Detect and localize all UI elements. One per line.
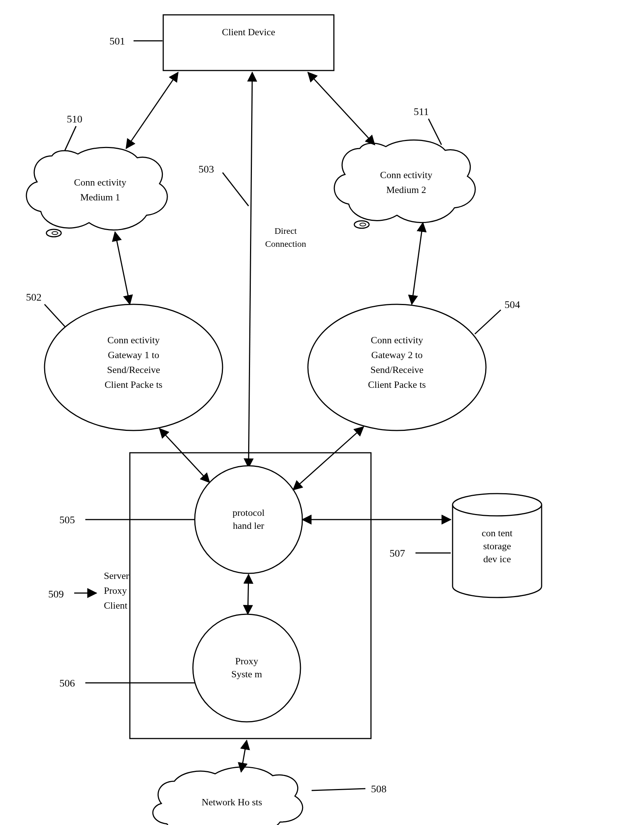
svg-text:protocol: protocol (233, 507, 265, 518)
content-storage-cylinder: con tent storage dev ice (453, 494, 542, 598)
svg-text:509: 509 (48, 588, 64, 600)
client-medium1-arrow (126, 73, 178, 148)
svg-text:Medium 2: Medium 2 (386, 184, 426, 195)
ref-504: 504 (475, 299, 520, 334)
svg-text:Gateway 2 to: Gateway 2 to (371, 349, 423, 360)
ref-507: 507 (390, 547, 451, 559)
svg-line-14 (428, 119, 441, 145)
svg-point-3 (46, 229, 61, 237)
svg-text:505: 505 (59, 514, 75, 525)
svg-text:Syste m: Syste m (231, 669, 262, 680)
network-hosts-cloud: Network Ho sts (153, 767, 303, 825)
ref-501: 501 (109, 35, 162, 47)
ref-505: 505 (59, 514, 195, 525)
proxy-system-circle: Proxy Syste m (193, 614, 300, 722)
svg-point-43 (453, 494, 542, 516)
svg-text:511: 511 (414, 106, 429, 117)
protocol-proxy-arrow (248, 575, 248, 614)
protocol-handler-circle: protocol hand ler (195, 466, 302, 573)
medium2-gateway2-arrow (412, 222, 423, 304)
medium2-cloud: Conn ectivity Medium 2 (334, 140, 475, 228)
svg-line-18 (223, 173, 248, 206)
gateway1-protocol-arrow (160, 429, 210, 482)
client-device-box: Client Device (163, 15, 334, 71)
svg-text:Conn ectivity: Conn ectivity (371, 335, 423, 346)
svg-text:dev ice: dev ice (483, 554, 511, 564)
svg-text:Client: Client (104, 600, 128, 611)
svg-text:503: 503 (199, 163, 214, 175)
svg-text:Client Packe ts: Client Packe ts (368, 379, 426, 390)
svg-text:Conn ectivity: Conn ectivity (108, 335, 160, 346)
svg-text:Client Packe ts: Client Packe ts (105, 379, 162, 390)
svg-line-8 (65, 126, 76, 150)
svg-text:Send/Receive: Send/Receive (371, 365, 424, 375)
direct-connection-arrow (248, 73, 252, 468)
svg-point-49 (193, 614, 300, 722)
svg-text:storage: storage (483, 541, 511, 552)
svg-text:Send/Receive: Send/Receive (107, 365, 160, 375)
client-medium2-arrow (308, 73, 375, 145)
svg-text:504: 504 (504, 299, 520, 310)
server-proxy-client-label: Server Proxy Client (104, 570, 129, 611)
svg-text:510: 510 (67, 113, 82, 125)
svg-text:Server: Server (104, 570, 129, 581)
gateway1-ellipse: Conn ectivity Gateway 1 to Send/Receive … (45, 304, 223, 431)
ref-509: 509 (48, 588, 97, 600)
gateway2-ellipse: Conn ectivity Gateway 2 to Send/Receive … (308, 304, 486, 431)
svg-point-9 (354, 221, 369, 228)
ref-510: 510 (65, 113, 82, 150)
ref-508: 508 (311, 783, 387, 794)
medium1-cloud: Conn ectivity Medium 1 (26, 147, 167, 237)
svg-text:502: 502 (26, 291, 42, 303)
svg-text:501: 501 (109, 35, 125, 47)
svg-text:Proxy: Proxy (104, 585, 127, 596)
svg-point-10 (360, 223, 366, 226)
svg-line-57 (311, 789, 365, 791)
svg-text:Medium 1: Medium 1 (80, 192, 120, 202)
ref-502: 502 (26, 291, 65, 327)
svg-text:508: 508 (371, 783, 387, 794)
svg-point-4 (52, 232, 58, 235)
svg-text:hand ler: hand ler (233, 520, 265, 531)
direct-connection-label: Direct Connection (265, 226, 307, 249)
svg-point-33 (195, 466, 302, 573)
medium1-gateway1-arrow (115, 232, 130, 304)
svg-text:Gateway 1 to: Gateway 1 to (108, 349, 160, 360)
svg-text:507: 507 (390, 547, 405, 559)
svg-line-25 (45, 304, 65, 327)
svg-text:Proxy: Proxy (235, 656, 258, 666)
svg-text:Conn ectivity: Conn ectivity (74, 177, 126, 188)
svg-text:Connection: Connection (265, 239, 307, 249)
svg-text:con tent: con tent (482, 528, 513, 539)
svg-line-32 (475, 310, 501, 334)
ref-511: 511 (414, 106, 441, 145)
svg-text:506: 506 (59, 677, 75, 689)
svg-text:Direct: Direct (274, 226, 297, 236)
ref-503: 503 (199, 163, 248, 206)
ref-506: 506 (59, 677, 195, 689)
network-hosts-label: Network Ho sts (202, 797, 262, 808)
svg-rect-0 (163, 15, 334, 71)
svg-text:Conn ectivity: Conn ectivity (380, 170, 433, 180)
gateway2-protocol-arrow (293, 427, 364, 490)
client-device-label: Client Device (222, 27, 275, 37)
